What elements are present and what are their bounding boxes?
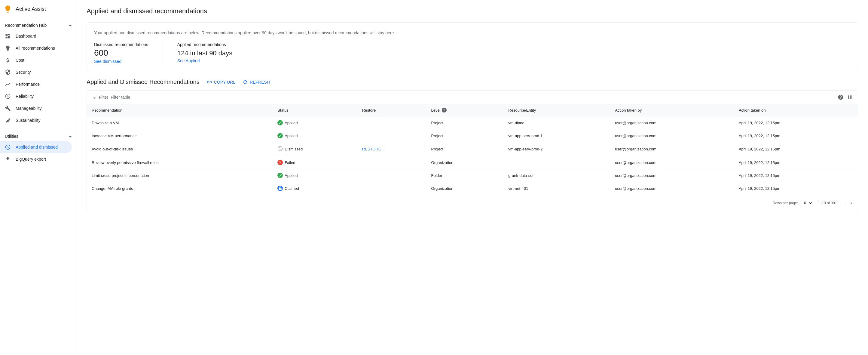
restore-button[interactable]: RESTORE [362, 147, 381, 151]
utilities-header[interactable]: Utilities [0, 131, 76, 141]
cell-status: Applied [273, 169, 358, 182]
sustainability-label: Sustainability [16, 118, 40, 123]
cell-recommendation: Review overly permissive firewall rules [87, 156, 273, 169]
section-header: Applied and Dismissed Recommendations CO… [87, 79, 858, 85]
cell-restore [358, 182, 427, 195]
sidebar-item-manageability[interactable]: Manageability [0, 102, 72, 114]
col-action-on: Action taken on [734, 104, 858, 116]
sidebar-item-applied-dismissed[interactable]: Applied and dismissed [0, 141, 72, 153]
bigquery-export-icon [5, 156, 11, 162]
sidebar-item-sustainability[interactable]: Sustainability [0, 114, 72, 126]
filter-label: Filter [99, 95, 108, 99]
sidebar-item-cost[interactable]: Cost [0, 54, 72, 66]
sidebar-item-all-recommendations[interactable]: All recommendations [0, 42, 72, 54]
cell-resource: vm-app-serv-prod-2 [503, 142, 610, 156]
applied-dismissed-icon [5, 144, 11, 150]
link-icon [207, 80, 212, 85]
cell-recommendation: Increase VM performance [87, 129, 273, 142]
reliability-label: Reliability [16, 94, 34, 99]
pagination-nav: ‹ › [844, 199, 853, 207]
level-label: Level [431, 108, 441, 113]
status-text: Applied [285, 121, 298, 125]
applied-stat: Applied recommendations 124 in last 90 d… [177, 42, 232, 64]
cell-action-by: user@organization.com [610, 116, 734, 129]
info-card-stats: Dismissed recommendations 600 See dismis… [94, 42, 851, 64]
status-dot [277, 173, 283, 178]
dismissed-count: 600 [94, 48, 148, 58]
status-text: Applied [285, 173, 298, 178]
sidebar-divider [0, 129, 76, 129]
applied-count: 124 in last 90 days [177, 48, 232, 57]
cell-status: Failed [273, 156, 358, 169]
refresh-button[interactable]: REFRESH [243, 80, 270, 85]
cell-recommendation: Downsize a VM [87, 116, 273, 129]
col-status: Status [273, 104, 358, 116]
status-text: Dismissed [285, 147, 303, 151]
filter-button[interactable]: Filter [92, 94, 108, 100]
cell-resource: vm-diana [503, 116, 610, 129]
section-title: Applied and Dismissed Recommendations [87, 79, 199, 85]
copy-url-button[interactable]: COPY URL [207, 80, 235, 85]
cell-status: Dismissed [273, 142, 358, 156]
recommendations-table: Recommendation Status Restore Level ? Re… [87, 104, 858, 195]
cell-level: Organization [427, 156, 504, 169]
recommendation-hub-header[interactable]: Recommendation Hub [0, 21, 76, 30]
sidebar: Active Assist Recommendation Hub Dashboa… [0, 0, 77, 355]
rows-per-page-select[interactable]: 6 10 25 50 [803, 201, 813, 205]
cell-recommendation: Change IAM role grants [87, 182, 273, 195]
pagination-range: 1–10 of 9011 [818, 201, 839, 205]
security-label: Security [16, 70, 31, 75]
sidebar-item-dashboard[interactable]: Dashboard [0, 30, 72, 42]
columns-button[interactable] [847, 94, 853, 100]
cost-label: Cost [16, 58, 24, 63]
utilities-label: Utilities [5, 134, 18, 139]
info-card-description: Your applied and dismissed recommendatio… [94, 30, 851, 36]
level-help-icon[interactable]: ? [442, 108, 446, 113]
pagination: Rows per page: 6 10 25 50 1–10 of 9011 ‹… [87, 195, 858, 211]
sidebar-item-performance[interactable]: Performance [0, 78, 72, 90]
refresh-label: REFRESH [250, 80, 270, 85]
col-recommendation: Recommendation [87, 104, 273, 116]
cell-action-on: April 19, 2022, 12:15pm [734, 182, 858, 195]
prev-page-button[interactable]: ‹ [844, 199, 848, 207]
cell-action-by: user@organization.com [610, 156, 734, 169]
rows-per-page-control[interactable]: 6 10 25 50 [803, 201, 813, 205]
table-body: Downsize a VM Applied Project vm-diana u… [87, 116, 858, 195]
status-text: Failed [285, 160, 295, 165]
dashboard-label: Dashboard [16, 34, 36, 38]
help-button[interactable] [838, 94, 844, 100]
table-row: Change IAM role grants Claimed Organizat… [87, 182, 858, 195]
cell-action-on: April 19, 2022, 12:15pm [734, 129, 858, 142]
col-action-by: Action taken by [610, 104, 734, 116]
performance-icon [5, 81, 11, 87]
filter-icon [92, 94, 97, 100]
table-row: Avoid out-of-disk issues Dismissed RESTO… [87, 142, 858, 156]
sidebar-item-reliability[interactable]: Reliability [0, 90, 72, 102]
cell-resource [503, 156, 610, 169]
col-resource: Resource/Entity [503, 104, 610, 116]
page-title: Applied and dismissed recommendations [87, 7, 858, 15]
cell-action-on: April 19, 2022, 12:15pm [734, 169, 858, 182]
sidebar-item-bigquery-export[interactable]: BigQuery export [0, 153, 72, 165]
filter-placeholder[interactable]: Filter table [111, 95, 130, 99]
cost-icon [5, 57, 11, 63]
dismissed-label: Dismissed recommendations [94, 42, 148, 47]
all-recommendations-label: All recommendations [16, 46, 55, 51]
cell-status: Claimed [273, 182, 358, 195]
copy-url-label: COPY URL [214, 80, 235, 85]
cell-recommendation: Limit cross-project impersonation [87, 169, 273, 182]
cell-level: Project [427, 129, 504, 142]
bigquery-export-label: BigQuery export [16, 157, 46, 161]
see-applied-link[interactable]: See Applied [177, 58, 232, 63]
reliability-icon [5, 93, 11, 99]
cell-resource: virt-net-401 [503, 182, 610, 195]
cell-restore: RESTORE [358, 142, 427, 156]
cell-level: Folder [427, 169, 504, 182]
sidebar-item-security[interactable]: Security [0, 66, 72, 78]
sustainability-icon [5, 117, 11, 123]
next-page-button[interactable]: › [849, 199, 853, 207]
see-dismissed-link[interactable]: See dismissed [94, 59, 148, 64]
status-dot [277, 186, 283, 191]
app-title: Active Assist [16, 6, 46, 12]
dashboard-icon [5, 33, 11, 39]
